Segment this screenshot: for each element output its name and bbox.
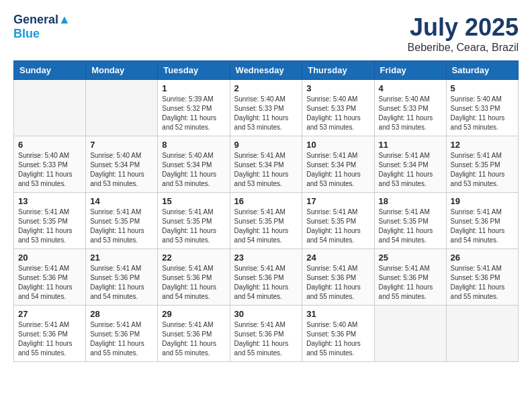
day-info: Sunrise: 5:41 AMSunset: 5:36 PMDaylight:… — [451, 264, 514, 302]
day-number: 4 — [379, 83, 442, 93]
calendar-cell: 17Sunrise: 5:41 AMSunset: 5:35 PMDayligh… — [302, 193, 374, 249]
calendar-week-row: 13Sunrise: 5:41 AMSunset: 5:35 PMDayligh… — [14, 193, 519, 249]
day-number: 14 — [90, 196, 153, 206]
day-info: Sunrise: 5:41 AMSunset: 5:36 PMDaylight:… — [234, 320, 298, 358]
day-info: Sunrise: 5:41 AMSunset: 5:34 PMDaylight:… — [306, 151, 369, 189]
calendar-cell: 12Sunrise: 5:41 AMSunset: 5:35 PMDayligh… — [446, 136, 518, 193]
title-block: July 2025 Beberibe, Ceara, Brazil — [408, 13, 519, 54]
day-info: Sunrise: 5:41 AMSunset: 5:35 PMDaylight:… — [379, 208, 442, 245]
calendar-cell: 23Sunrise: 5:41 AMSunset: 5:36 PMDayligh… — [230, 249, 302, 306]
day-info: Sunrise: 5:41 AMSunset: 5:36 PMDaylight:… — [162, 264, 225, 302]
day-number: 13 — [18, 196, 81, 206]
calendar-cell: 10Sunrise: 5:41 AMSunset: 5:34 PMDayligh… — [302, 136, 374, 193]
calendar-cell: 29Sunrise: 5:41 AMSunset: 5:36 PMDayligh… — [158, 306, 230, 362]
column-header-saturday: Saturday — [446, 61, 518, 80]
logo-blue: Blue — [13, 27, 40, 41]
column-header-thursday: Thursday — [302, 61, 374, 80]
day-info: Sunrise: 5:40 AMSunset: 5:34 PMDaylight:… — [90, 151, 153, 189]
calendar-cell: 1Sunrise: 5:39 AMSunset: 5:32 PMDaylight… — [158, 80, 230, 136]
day-number: 31 — [306, 309, 369, 319]
day-info: Sunrise: 5:41 AMSunset: 5:35 PMDaylight:… — [451, 151, 514, 189]
calendar-cell: 25Sunrise: 5:41 AMSunset: 5:36 PMDayligh… — [374, 249, 446, 306]
day-info: Sunrise: 5:40 AMSunset: 5:33 PMDaylight:… — [18, 151, 81, 189]
calendar-cell: 13Sunrise: 5:41 AMSunset: 5:35 PMDayligh… — [14, 193, 86, 249]
calendar-week-row: 6Sunrise: 5:40 AMSunset: 5:33 PMDaylight… — [14, 136, 519, 193]
day-number: 9 — [234, 140, 298, 150]
day-number: 28 — [90, 309, 153, 319]
day-number: 30 — [234, 309, 298, 319]
calendar-cell: 28Sunrise: 5:41 AMSunset: 5:36 PMDayligh… — [86, 306, 158, 362]
day-info: Sunrise: 5:41 AMSunset: 5:35 PMDaylight:… — [306, 208, 369, 245]
day-number: 26 — [451, 253, 514, 263]
calendar-cell: 7Sunrise: 5:40 AMSunset: 5:34 PMDaylight… — [86, 136, 158, 193]
calendar-cell: 21Sunrise: 5:41 AMSunset: 5:36 PMDayligh… — [86, 249, 158, 306]
column-header-wednesday: Wednesday — [230, 61, 302, 80]
calendar-cell: 18Sunrise: 5:41 AMSunset: 5:35 PMDayligh… — [374, 193, 446, 249]
day-info: Sunrise: 5:41 AMSunset: 5:36 PMDaylight:… — [379, 264, 442, 302]
column-header-monday: Monday — [86, 61, 158, 80]
day-info: Sunrise: 5:41 AMSunset: 5:35 PMDaylight:… — [162, 208, 225, 245]
day-number: 16 — [234, 196, 298, 206]
calendar-cell: 4Sunrise: 5:40 AMSunset: 5:33 PMDaylight… — [374, 80, 446, 136]
calendar-week-row: 20Sunrise: 5:41 AMSunset: 5:36 PMDayligh… — [14, 249, 519, 306]
day-info: Sunrise: 5:41 AMSunset: 5:36 PMDaylight:… — [18, 264, 81, 302]
day-number: 7 — [90, 140, 153, 150]
logo-text: General▲ — [13, 13, 71, 27]
page-header: General▲ Blue July 2025 Beberibe, Ceara,… — [13, 13, 519, 54]
day-info: Sunrise: 5:41 AMSunset: 5:35 PMDaylight:… — [234, 208, 298, 245]
calendar-cell: 22Sunrise: 5:41 AMSunset: 5:36 PMDayligh… — [158, 249, 230, 306]
day-number: 1 — [162, 83, 225, 93]
calendar-cell — [446, 306, 518, 362]
day-info: Sunrise: 5:40 AMSunset: 5:33 PMDaylight:… — [234, 95, 298, 132]
month-title: July 2025 — [408, 13, 519, 42]
day-number: 8 — [162, 140, 225, 150]
calendar-cell: 20Sunrise: 5:41 AMSunset: 5:36 PMDayligh… — [14, 249, 86, 306]
calendar-week-row: 27Sunrise: 5:41 AMSunset: 5:36 PMDayligh… — [14, 306, 519, 362]
column-header-friday: Friday — [374, 61, 446, 80]
calendar-cell: 3Sunrise: 5:40 AMSunset: 5:33 PMDaylight… — [302, 80, 374, 136]
calendar-cell: 6Sunrise: 5:40 AMSunset: 5:33 PMDaylight… — [14, 136, 86, 193]
day-number: 18 — [379, 196, 442, 206]
day-info: Sunrise: 5:40 AMSunset: 5:33 PMDaylight:… — [306, 95, 369, 132]
calendar-cell: 11Sunrise: 5:41 AMSunset: 5:34 PMDayligh… — [374, 136, 446, 193]
day-number: 20 — [18, 253, 81, 263]
calendar-cell: 15Sunrise: 5:41 AMSunset: 5:35 PMDayligh… — [158, 193, 230, 249]
day-info: Sunrise: 5:41 AMSunset: 5:36 PMDaylight:… — [306, 264, 369, 302]
day-number: 6 — [18, 140, 81, 150]
day-number: 27 — [18, 309, 81, 319]
calendar-cell — [374, 306, 446, 362]
day-info: Sunrise: 5:41 AMSunset: 5:34 PMDaylight:… — [379, 151, 442, 189]
day-info: Sunrise: 5:41 AMSunset: 5:36 PMDaylight:… — [90, 264, 153, 302]
day-info: Sunrise: 5:41 AMSunset: 5:36 PMDaylight:… — [234, 264, 298, 302]
day-number: 22 — [162, 253, 225, 263]
day-number: 11 — [379, 140, 442, 150]
calendar-cell: 19Sunrise: 5:41 AMSunset: 5:36 PMDayligh… — [446, 193, 518, 249]
day-info: Sunrise: 5:41 AMSunset: 5:35 PMDaylight:… — [18, 208, 81, 245]
day-number: 24 — [306, 253, 369, 263]
day-info: Sunrise: 5:41 AMSunset: 5:36 PMDaylight:… — [451, 208, 514, 245]
calendar-header-row: SundayMondayTuesdayWednesdayThursdayFrid… — [14, 61, 519, 80]
day-number: 15 — [162, 196, 225, 206]
day-number: 29 — [162, 309, 225, 319]
day-number: 2 — [234, 83, 298, 93]
calendar-cell: 26Sunrise: 5:41 AMSunset: 5:36 PMDayligh… — [446, 249, 518, 306]
day-number: 25 — [379, 253, 442, 263]
day-info: Sunrise: 5:40 AMSunset: 5:34 PMDaylight:… — [162, 151, 225, 189]
column-header-sunday: Sunday — [14, 61, 86, 80]
calendar-cell: 8Sunrise: 5:40 AMSunset: 5:34 PMDaylight… — [158, 136, 230, 193]
day-info: Sunrise: 5:41 AMSunset: 5:35 PMDaylight:… — [90, 208, 153, 245]
day-info: Sunrise: 5:40 AMSunset: 5:33 PMDaylight:… — [451, 95, 514, 132]
day-number: 3 — [306, 83, 369, 93]
calendar-cell: 31Sunrise: 5:40 AMSunset: 5:36 PMDayligh… — [302, 306, 374, 362]
calendar-cell: 27Sunrise: 5:41 AMSunset: 5:36 PMDayligh… — [14, 306, 86, 362]
calendar-cell — [14, 80, 86, 136]
day-info: Sunrise: 5:40 AMSunset: 5:33 PMDaylight:… — [379, 95, 442, 132]
day-number: 19 — [451, 196, 514, 206]
calendar-week-row: 1Sunrise: 5:39 AMSunset: 5:32 PMDaylight… — [14, 80, 519, 136]
day-info: Sunrise: 5:41 AMSunset: 5:36 PMDaylight:… — [90, 320, 153, 358]
day-info: Sunrise: 5:41 AMSunset: 5:36 PMDaylight:… — [18, 320, 81, 358]
day-number: 21 — [90, 253, 153, 263]
day-info: Sunrise: 5:40 AMSunset: 5:36 PMDaylight:… — [306, 320, 369, 358]
location-subtitle: Beberibe, Ceara, Brazil — [408, 42, 519, 54]
calendar-cell: 9Sunrise: 5:41 AMSunset: 5:34 PMDaylight… — [230, 136, 302, 193]
